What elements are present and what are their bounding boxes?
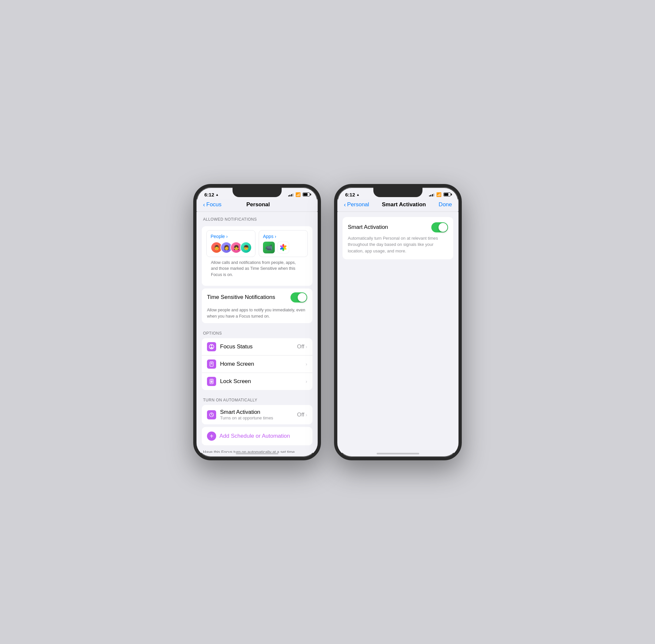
lock-screen-svg — [209, 378, 214, 384]
phone-1: 6:12 ▲ 📶 ‹ Focus Personal ALLOWED N — [193, 184, 321, 460]
signal-bars-1 — [288, 192, 294, 197]
battery-fill-2 — [444, 193, 448, 196]
focus-status-icon — [207, 342, 216, 351]
status-icons-1: 📶 — [288, 192, 310, 197]
smart-activation-description: Automatically turn Personal on at releva… — [348, 235, 448, 254]
status-icons-2: 📶 — [429, 192, 451, 197]
smart-activation-detail-card: Smart Activation Automatically turn Pers… — [343, 217, 453, 260]
home-screen-title: Home Screen — [220, 361, 306, 367]
signal-bar-2-1 — [429, 196, 430, 197]
app-icons: 📹 — [263, 242, 303, 253]
svg-rect-11 — [211, 364, 211, 365]
focus-status-title: Focus Status — [220, 343, 297, 350]
svg-point-8 — [211, 345, 212, 346]
back-chevron-1: ‹ — [203, 201, 205, 208]
add-icon: + — [207, 432, 216, 441]
status-bar-2: 6:12 ▲ 📶 — [337, 187, 458, 199]
screen-content-1: ALLOWED NOTIFICATIONS People › 👨 👩 👧 👦 — [197, 212, 318, 453]
smart-activation-detail-toggle[interactable] — [431, 222, 448, 232]
lock-screen-row[interactable]: Lock Screen › — [202, 373, 312, 390]
focus-status-chevron: › — [306, 344, 307, 349]
home-screen-row[interactable]: Home Screen › — [202, 355, 312, 373]
focus-status-text: Focus Status — [220, 343, 297, 350]
nav-done-button[interactable]: Done — [438, 201, 452, 208]
nav-title-2: Smart Activation — [382, 201, 426, 208]
lock-screen-chevron: › — [306, 379, 307, 384]
automation-note: Have this Focus turn on automatically at… — [197, 448, 318, 453]
section-options-label: OPTIONS — [197, 326, 318, 338]
avatar-4: 👦 — [240, 242, 252, 253]
signal-bar-3 — [291, 194, 292, 197]
focus-status-right: Off › — [297, 343, 307, 350]
nav-bar-2: ‹ Personal Smart Activation Done — [337, 199, 458, 211]
battery-icon-2 — [444, 192, 451, 197]
smart-activation-row[interactable]: Smart Activation Turns on at opportune t… — [202, 405, 312, 424]
status-bar-1: 6:12 ▲ 📶 — [197, 187, 318, 199]
time-sensitive-toggle[interactable] — [291, 292, 307, 302]
phone-left-buttons-2 — [334, 220, 335, 232]
nav-bar-1: ‹ Focus Personal — [197, 199, 318, 211]
people-avatars: 👨 👩 👧 👦 — [210, 242, 251, 253]
smart-activation-detail-row: Smart Activation — [348, 222, 448, 232]
smart-activation-right: Off › — [297, 412, 307, 418]
nav-back-label-1[interactable]: Focus — [206, 201, 221, 208]
smart-activation-icon — [207, 410, 216, 419]
signal-bar-1 — [288, 196, 289, 197]
phone-2: 6:12 ▲ 📶 ‹ Personal Smart Activation Don… — [334, 184, 462, 460]
status-time-2: 6:12 ▲ — [345, 192, 360, 198]
home-indicator-1 — [236, 453, 278, 455]
location-icon-1: ▲ — [216, 193, 219, 197]
screen-content-2: Smart Activation Automatically turn Pers… — [337, 212, 458, 453]
smart-activation-value: Off — [297, 412, 304, 418]
nav-back-1[interactable]: ‹ Focus — [203, 201, 221, 208]
battery-icon-1 — [302, 192, 310, 197]
allowed-row: People › 👨 👩 👧 👦 Apps › — [206, 230, 308, 257]
nav-title-1: Personal — [246, 201, 270, 208]
focus-status-value: Off — [297, 343, 304, 350]
signal-bar-2 — [290, 195, 291, 197]
smart-activation-svg — [209, 412, 214, 418]
focus-status-svg — [209, 344, 214, 350]
lock-screen-text: Lock Screen — [220, 378, 306, 385]
wifi-icon-2: 📶 — [436, 192, 442, 197]
smart-activation-chevron: › — [306, 412, 307, 417]
battery-fill-1 — [303, 193, 308, 196]
home-indicator-2 — [377, 453, 419, 455]
home-screen-chevron: › — [306, 362, 307, 367]
allowed-card: People › 👨 👩 👧 👦 Apps › — [202, 226, 312, 286]
time-sensitive-card: Time Sensitive Notifications Allow peopl… — [202, 289, 312, 323]
svg-rect-10 — [211, 363, 212, 364]
people-label[interactable]: People › — [210, 234, 251, 239]
phone-left-buttons — [193, 220, 194, 232]
apps-item[interactable]: Apps › 📹 — [259, 230, 308, 257]
add-schedule-card: + Add Schedule or Automation — [202, 427, 312, 445]
people-item[interactable]: People › 👨 👩 👧 👦 — [206, 230, 255, 257]
nav-back-label-2[interactable]: Personal — [347, 201, 369, 208]
lock-screen-icon — [207, 377, 216, 386]
signal-bar-2-3 — [432, 194, 433, 197]
signal-bar-2-2 — [430, 195, 431, 197]
svg-rect-14 — [210, 381, 212, 383]
signal-bar-4 — [292, 193, 293, 197]
photos-app-icon — [277, 242, 289, 253]
apps-label[interactable]: Apps › — [263, 234, 303, 239]
smart-activation-subtitle: Turns on at opportune times — [220, 415, 297, 420]
options-card: Focus Status Off › Ho — [202, 338, 312, 390]
nav-back-2[interactable]: ‹ Personal — [344, 201, 369, 208]
smart-activation-detail-label: Smart Activation — [348, 224, 388, 230]
time-sensitive-toggle-row: Time Sensitive Notifications — [202, 289, 312, 306]
wifi-icon-1: 📶 — [295, 192, 301, 197]
home-screen-right: › — [306, 362, 307, 367]
add-schedule-label[interactable]: Add Schedule or Automation — [220, 433, 290, 439]
home-screen-text: Home Screen — [220, 361, 306, 367]
add-schedule-row[interactable]: + Add Schedule or Automation — [202, 427, 312, 445]
photos-pinwheel-svg — [279, 243, 288, 252]
home-screen-icon — [207, 360, 216, 369]
smart-activation-text: Smart Activation Turns on at opportune t… — [220, 409, 297, 420]
smart-toggle-knob — [438, 223, 447, 232]
focus-status-row[interactable]: Focus Status Off › — [202, 338, 312, 355]
time-sensitive-note: Allow people and apps to notify you imme… — [202, 306, 312, 323]
status-time-1: 6:12 ▲ — [204, 192, 219, 198]
signal-bars-2 — [429, 192, 435, 197]
back-chevron-2: ‹ — [344, 201, 346, 208]
